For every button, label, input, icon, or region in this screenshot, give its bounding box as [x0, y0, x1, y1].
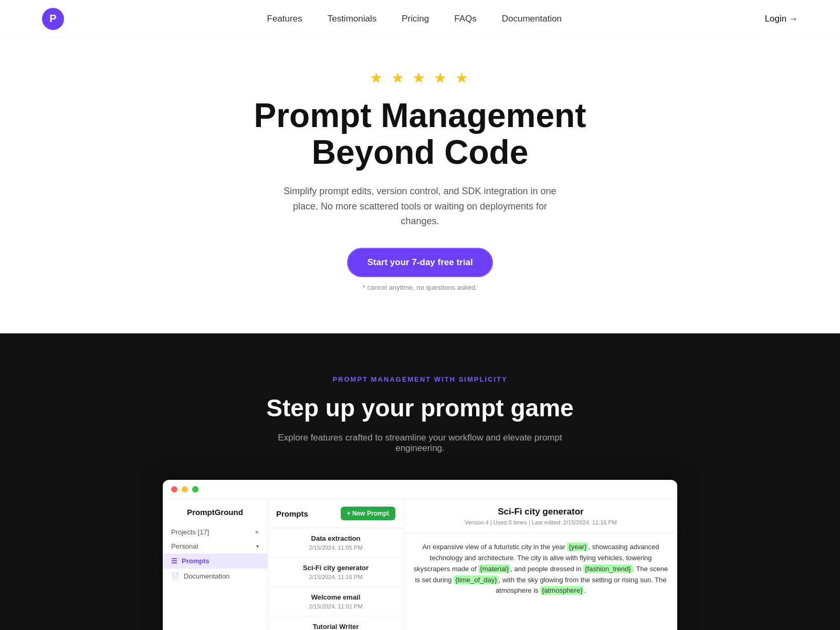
nav-testimonials[interactable]: Testimonials	[328, 14, 377, 24]
year-highlight: {year}	[567, 542, 588, 551]
content-meta: Version 4 | Used 0 times | Last edited: …	[413, 519, 669, 526]
prompt-content-area: Sci-Fi city generator Version 4 | Used 0…	[404, 499, 677, 630]
sidebar-item-prompts[interactable]: ☰ Prompts	[163, 553, 267, 569]
minimize-dot	[182, 486, 188, 492]
new-prompt-button[interactable]: + New Prompt	[341, 507, 395, 520]
nav-pricing[interactable]: Pricing	[402, 14, 429, 24]
logo-icon: P	[42, 8, 64, 30]
chevron-down-icon: ▾	[256, 543, 259, 549]
text-before-year: An expansive view of a futuristic city i…	[422, 543, 567, 551]
personal-label: Personal	[171, 542, 198, 550]
material-highlight: {material}	[478, 564, 510, 573]
time-highlight: {time_of_day}	[454, 575, 499, 584]
prompt-name: Sci-Fi city generator	[276, 564, 395, 572]
sidebar-personal[interactable]: Personal ▾	[163, 539, 267, 553]
cta-note: * cancel anytime, no questions asked.	[21, 284, 819, 291]
list-item[interactable]: Sci-Fi city generator 2/15/2024, 11:16 P…	[268, 558, 404, 587]
app-window: PromptGround Projects [17] + Personal ▾ …	[163, 480, 677, 630]
text-after-material: , and people dressed in	[510, 565, 583, 573]
cta-button[interactable]: Start your 7-day free trial	[347, 248, 492, 277]
section-description: Explore features crafted to streamline y…	[273, 433, 567, 454]
star-rating: ★ ★ ★ ★ ★	[21, 69, 819, 87]
app-sidebar: PromptGround Projects [17] + Personal ▾ …	[163, 499, 268, 630]
section-label: PROMPT MANAGEMENT WITH SIMPLICITY	[21, 375, 819, 383]
prompt-date: 2/15/2024, 11:05 PM	[276, 544, 395, 551]
maximize-dot	[192, 486, 198, 492]
sidebar-projects[interactable]: Projects [17] +	[163, 525, 267, 539]
add-project-icon[interactable]: +	[255, 528, 259, 536]
app-brand: PromptGround	[163, 508, 267, 525]
doc-icon: 📄	[171, 572, 180, 580]
prompts-panel-title: Prompts	[276, 509, 308, 518]
features-section: PROMPT MANAGEMENT WITH SIMPLICITY Step u…	[0, 333, 840, 630]
sidebar-item-documentation[interactable]: 📄 Documentation	[163, 569, 267, 584]
close-dot	[171, 486, 177, 492]
window-controls	[163, 480, 677, 499]
prompt-name: Welcome email	[276, 593, 395, 601]
prompt-date: 2/15/2024, 11:16 PM	[276, 574, 395, 580]
list-item[interactable]: Data extraction 2/15/2024, 11:05 PM	[268, 528, 404, 558]
nav-documentation[interactable]: Documentation	[502, 14, 562, 24]
content-body: An expansive view of a futuristic city i…	[404, 533, 677, 605]
hero-subtitle: Simplify prompt edits, version control, …	[273, 184, 567, 229]
prompt-name: Tutorial Writer	[276, 623, 395, 630]
login-link[interactable]: Login →	[765, 14, 798, 24]
nav-faqs[interactable]: FAQs	[454, 14, 477, 24]
fashion-highlight: {fashion_trend}	[583, 564, 632, 573]
prompt-name: Data extraction	[276, 534, 395, 542]
navbar: P Features Testimonials Pricing FAQs Doc…	[0, 0, 840, 38]
hero-title: Prompt Management Beyond Code	[21, 97, 819, 171]
hero-section: ★ ★ ★ ★ ★ Prompt Management Beyond Code …	[0, 38, 840, 333]
documentation-nav-label: Documentation	[184, 572, 229, 580]
prompts-panel: Prompts + New Prompt Data extraction 2/1…	[268, 499, 404, 630]
prompts-header: Prompts + New Prompt	[268, 499, 404, 528]
content-header: Sci-Fi city generator Version 4 | Used 0…	[404, 499, 677, 533]
prompt-date: 2/15/2024, 11:01 PM	[276, 603, 395, 610]
atmosphere-highlight: {atmosphere}	[540, 586, 584, 595]
projects-label: Projects [17]	[171, 528, 209, 536]
list-item[interactable]: Welcome email 2/15/2024, 11:01 PM	[268, 587, 404, 616]
list-item[interactable]: Tutorial Writer 2/15/2024, 10:58 PM	[268, 616, 404, 630]
app-body: PromptGround Projects [17] + Personal ▾ …	[163, 499, 677, 630]
logo[interactable]: P	[42, 8, 64, 30]
prompts-nav-label: Prompts	[182, 557, 209, 565]
text-end: .	[584, 586, 586, 594]
nav-links: Features Testimonials Pricing FAQs Docum…	[267, 14, 562, 24]
section-title: Step up your prompt game	[21, 394, 819, 422]
nav-features[interactable]: Features	[267, 14, 302, 24]
content-title: Sci-Fi city generator	[413, 507, 669, 517]
list-icon: ☰	[171, 557, 177, 565]
